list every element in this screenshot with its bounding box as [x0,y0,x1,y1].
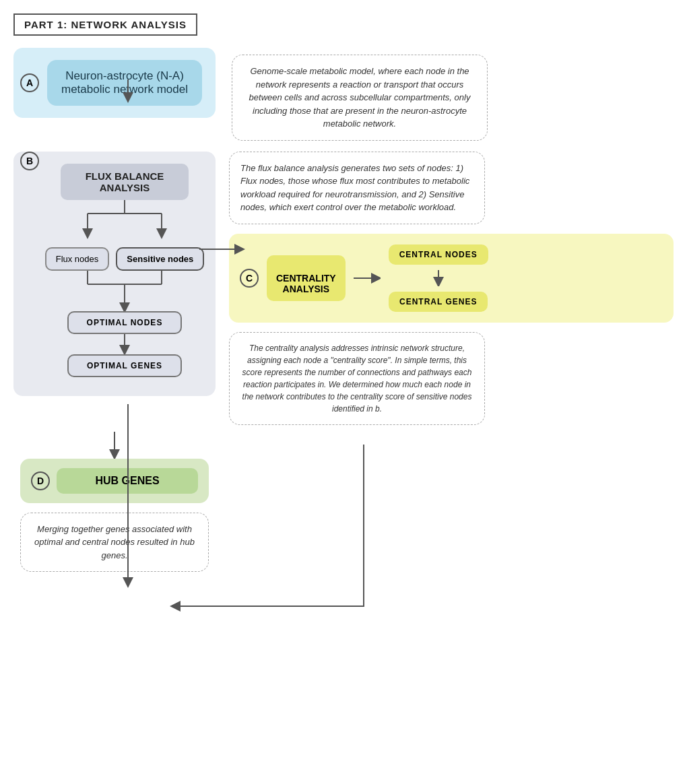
optimal-nodes-box: OPTIMAL NODES [67,311,182,334]
section-d: D HUB GENES [20,459,209,503]
label-d: D [31,471,50,490]
callout-a: Genome-scale metabolic model, where each… [232,55,488,141]
section-a: A Neuron-astrocyte (N-A) metabolic netwo… [13,48,216,118]
label-b: B [20,152,39,170]
section-b: B FLUX BALANCE ANALYSIS [13,152,216,396]
callout-b: The flux balance analysis generates two … [229,152,485,224]
callout-c: The centrality analysis addresses intrin… [229,332,485,425]
central-genes-box: CENTRAL GENES [389,292,488,312]
central-nodes-box: CENTRAL NODES [389,244,488,265]
page-title-box: PART 1: NETWORK ANALYSIS [13,13,197,36]
centrality-analysis-box: CENTRALITY ANALYSIS [267,255,346,301]
flux-nodes-box: Flux nodes [45,247,110,271]
optimal-genes-box: OPTIMAL GENES [67,354,182,377]
hub-genes-box: HUB GENES [57,468,198,494]
label-a: A [20,73,39,92]
callout-d: Merging together genes associated with o… [20,513,209,573]
flux-balance-box: FLUX BALANCE ANALYSIS [61,164,189,200]
neuron-box: Neuron-astrocyte (N-A) metabolic network… [47,60,202,106]
label-c: C [240,269,259,288]
sensitive-nodes-box: Sensitive nodes [116,247,204,271]
section-c: C CENTRALITY ANALYSIS CENTR [229,234,674,323]
